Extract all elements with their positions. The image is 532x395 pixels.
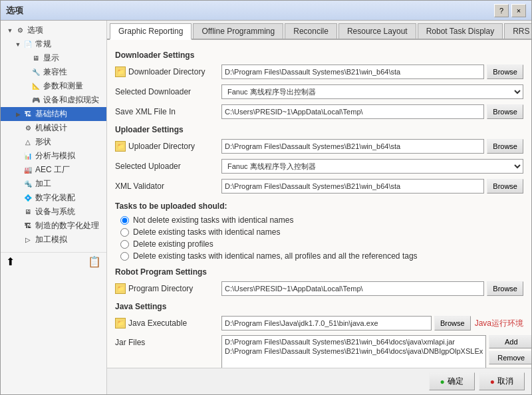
sidebar-item-equipment[interactable]: ▶ 🖥 设备与系统 bbox=[1, 205, 106, 219]
selected-downloader-select[interactable]: Fanuc 离线程序导出控制器 bbox=[221, 84, 523, 99]
java-exe-label: 📁 Java Executable bbox=[115, 318, 221, 329]
save-xml-row: Save XML File In Browse bbox=[115, 104, 523, 120]
uploader-directory-label: 📁 Uploader Directory bbox=[115, 141, 221, 152]
sidebar-item-display[interactable]: ▶ 🖥 显示 bbox=[1, 51, 106, 65]
sidebar-item-params[interactable]: ▶ 📐 参数和测量 bbox=[1, 79, 106, 93]
sidebar-item-infra[interactable]: ▶ 🏗 基础结构 bbox=[1, 107, 106, 121]
downloader-directory-input[interactable] bbox=[221, 65, 484, 79]
sidebar-item-general[interactable]: ▼ 📄 常规 bbox=[1, 37, 106, 51]
analysis-icon: 📊 bbox=[23, 151, 33, 162]
save-xml-input[interactable] bbox=[221, 104, 484, 119]
sidebar-item-machining[interactable]: ▶ 🔩 加工 bbox=[1, 177, 106, 191]
cancel-icon: ● bbox=[490, 377, 495, 386]
jar-file-list: D:\Program Files\Dassault Systemes\B21\w… bbox=[221, 335, 486, 368]
tab-offline-programming[interactable]: Offline Programming bbox=[193, 23, 283, 39]
jar-file-item-0[interactable]: D:\Program Files\Dassault Systemes\B21\w… bbox=[223, 337, 484, 346]
save-xml-label: Save XML File In bbox=[115, 107, 221, 116]
expand-icon: ▼ bbox=[14, 41, 22, 49]
sidebar-item-analysis[interactable]: ▶ 📊 分析与模拟 bbox=[1, 149, 106, 163]
compat-icon: 🔧 bbox=[31, 67, 41, 78]
jar-files-label: Jar Files bbox=[115, 338, 221, 347]
radio-delete-tasks[interactable] bbox=[120, 228, 129, 237]
options-icon: ⚙ bbox=[15, 25, 25, 36]
sidebar-item-options[interactable]: ▼ ⚙ 选项 bbox=[1, 23, 106, 37]
content-panel: Graphic Reporting Offline Programming Re… bbox=[107, 21, 531, 394]
selected-downloader-label: Selected Downloader bbox=[115, 87, 221, 96]
radio-not-delete[interactable] bbox=[120, 216, 129, 225]
radio-label-0: Not delete existing tasks with identical… bbox=[133, 215, 293, 225]
tab-resource-layout[interactable]: Resource Layout bbox=[338, 23, 416, 39]
sidebar-item-aec[interactable]: ▶ 🏭 AEC 工厂 bbox=[1, 163, 106, 177]
radio-row-2: Delete existing profiles bbox=[115, 239, 523, 249]
xml-validator-browse[interactable]: Browse bbox=[487, 179, 523, 194]
radio-row-3: Delete existing tasks with identical nam… bbox=[115, 251, 523, 261]
downloader-directory-browse[interactable]: Browse bbox=[487, 65, 523, 79]
xml-validator-label: XML Validator bbox=[115, 182, 221, 191]
jar-files-row: Jar Files D:\Program Files\Dassault Syst… bbox=[115, 335, 523, 368]
shape-icon: △ bbox=[23, 137, 33, 148]
tab-rrs[interactable]: RRS bbox=[504, 23, 531, 39]
general-icon: 📄 bbox=[23, 39, 33, 50]
sidebar-item-digital[interactable]: ▶ 💠 数字化装配 bbox=[1, 191, 106, 205]
uploader-directory-browse[interactable]: Browse bbox=[487, 139, 523, 154]
tab-graphic-reporting[interactable]: Graphic Reporting bbox=[110, 23, 192, 40]
device-icon: 🎮 bbox=[31, 95, 41, 106]
sidebar-item-sim[interactable]: ▶ ▷ 加工模拟 bbox=[1, 233, 106, 247]
radio-delete-all[interactable] bbox=[120, 252, 129, 261]
folder-icon4: 📁 bbox=[115, 318, 126, 329]
params-icon: 📐 bbox=[31, 81, 41, 92]
remove-jar-button[interactable]: Remove bbox=[489, 351, 531, 364]
expand-icon: ▶ bbox=[14, 110, 22, 118]
uploader-directory-row: 📁 Uploader Directory Browse bbox=[115, 138, 523, 154]
equipment-icon: 🖥 bbox=[23, 207, 33, 217]
selected-downloader-row: Selected Downloader Fanuc 离线程序导出控制器 bbox=[115, 84, 523, 100]
radio-delete-profiles[interactable] bbox=[120, 240, 129, 249]
save-xml-browse[interactable]: Browse bbox=[487, 104, 523, 119]
java-exe-row: 📁 Java Executable Browse Java运行环境 bbox=[115, 315, 523, 331]
ok-button[interactable]: ● 确定 bbox=[429, 372, 475, 390]
downloader-section-title: Downloader Settings bbox=[115, 51, 523, 60]
cancel-button[interactable]: ● 取消 bbox=[479, 372, 525, 390]
downloader-directory-label: 📁 Downloader Directory bbox=[115, 66, 221, 77]
sidebar-item-compat[interactable]: ▶ 🔧 兼容性 bbox=[1, 65, 106, 79]
radio-label-3: Delete existing tasks with identical nam… bbox=[133, 251, 418, 261]
sidebar-item-shape[interactable]: ▶ △ 形状 bbox=[1, 135, 106, 149]
robot-section-title: Robot Program Settings bbox=[115, 267, 523, 277]
close-button[interactable]: × bbox=[511, 4, 526, 17]
help-button[interactable]: ? bbox=[494, 4, 509, 17]
selected-uploader-select[interactable]: Fanuc 离线程序导入控制器 bbox=[221, 159, 523, 174]
sidebar-item-manufacture[interactable]: ▶ 🏗 制造的数字化处理 bbox=[1, 219, 106, 233]
tasks-title-row: Tasks to be uploaded should: bbox=[115, 198, 523, 214]
tab-reconcile[interactable]: Reconcile bbox=[285, 23, 337, 39]
sidebar-bottom-icon2[interactable]: 📋 bbox=[88, 255, 101, 268]
sidebar-item-mech[interactable]: ▶ ⚙ 机械设计 bbox=[1, 121, 106, 135]
jar-file-item-1[interactable]: D:\Program Files\Dassault Systemes\B21\w… bbox=[223, 346, 484, 356]
jar-files-area: D:\Program Files\Dassault Systemes\B21\w… bbox=[221, 335, 531, 368]
program-directory-input[interactable] bbox=[221, 281, 484, 296]
main-window: 选项 ? × ▼ ⚙ 选项 ▼ 📄 常规 ▶ 🖥 显示 bbox=[0, 0, 532, 395]
sidebar-item-device[interactable]: ▶ 🎮 设备和虚拟现实 bbox=[1, 93, 106, 107]
selected-downloader-wrapper: Fanuc 离线程序导出控制器 bbox=[221, 84, 523, 99]
xml-validator-input[interactable] bbox=[221, 179, 484, 194]
digital-icon: 💠 bbox=[23, 193, 33, 203]
java-exe-browse[interactable]: Browse bbox=[434, 316, 471, 330]
machining-icon: 🔩 bbox=[23, 179, 33, 190]
add-jar-button[interactable]: Add bbox=[489, 335, 531, 348]
manufacture-icon: 🏗 bbox=[23, 221, 33, 231]
sidebar-bottom-icon1[interactable]: ⬆ bbox=[6, 255, 15, 268]
uploader-directory-input[interactable] bbox=[221, 139, 484, 154]
java-warning: Java运行环境 bbox=[475, 318, 523, 329]
java-section-title: Java Settings bbox=[115, 302, 523, 311]
bottom-bar: ● 确定 ● 取消 bbox=[107, 368, 531, 394]
selected-uploader-wrapper: Fanuc 离线程序导入控制器 bbox=[221, 159, 523, 174]
tab-robot-task-display[interactable]: Robot Task Display bbox=[418, 23, 503, 39]
tab-bar: Graphic Reporting Offline Programming Re… bbox=[107, 21, 531, 40]
display-icon: 🖥 bbox=[31, 53, 41, 64]
java-exe-input[interactable] bbox=[221, 316, 432, 330]
tasks-title: Tasks to be uploaded should: bbox=[115, 201, 227, 211]
panel-content: Downloader Settings 📁 Downloader Directo… bbox=[107, 40, 531, 368]
main-area: ▼ ⚙ 选项 ▼ 📄 常规 ▶ 🖥 显示 ▶ 🔧 兼容性 ▶ 📐 bbox=[1, 21, 531, 394]
jar-file-buttons: Add Remove bbox=[489, 335, 531, 364]
titlebar: 选项 ? × bbox=[1, 1, 531, 21]
program-directory-browse[interactable]: Browse bbox=[487, 281, 523, 296]
